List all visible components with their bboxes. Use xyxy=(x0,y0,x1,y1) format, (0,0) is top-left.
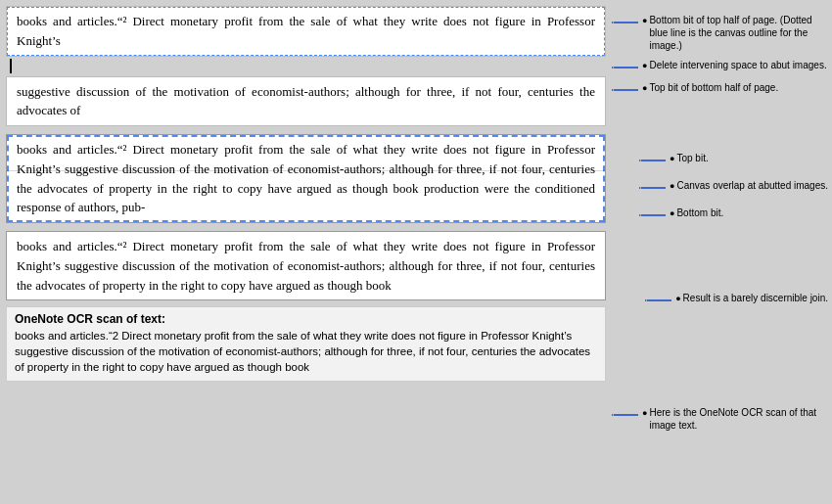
annotation-8: ● Here is the OneNote OCR scan of that i… xyxy=(612,406,828,432)
bullet-4: ● xyxy=(670,152,674,165)
bullet-3: ● xyxy=(642,81,647,95)
bullet-2: ● xyxy=(642,59,647,72)
result-content: books and articles.“² Direct monetary pr… xyxy=(17,239,595,293)
ocr-title: OneNote OCR scan of text: xyxy=(15,312,597,326)
arrow-icon-5 xyxy=(639,181,667,195)
bullet-6: ● xyxy=(670,206,674,220)
ann3-text: Top bit of bottom half of page. xyxy=(649,81,778,94)
bullet-5: ● xyxy=(670,179,674,193)
combined-block-content: books and articles.“² Direct monetary pr… xyxy=(17,142,595,214)
arrow-icon-1 xyxy=(612,16,639,29)
annotation-5: ● Canvas overlap at abutted images. xyxy=(639,179,828,195)
annotation-7: ● Result is a barely discernible join. xyxy=(645,292,828,307)
text-bottom-half-content: suggestive discussion of the motivation … xyxy=(17,84,595,118)
overlap-indicator xyxy=(7,170,605,171)
arrow-icon-8 xyxy=(612,408,639,422)
annotation-6: ● Bottom bit. xyxy=(639,206,828,222)
ann5-text: Canvas overlap at abutted images. xyxy=(676,179,828,192)
ann1-text: Bottom bit of top half of page. (Dotted … xyxy=(649,14,828,52)
ann7-text: Result is a barely discernible join. xyxy=(683,292,828,304)
annotation-1: ● Bottom bit of top half of page. (Dotte… xyxy=(612,14,828,52)
cursor-space xyxy=(6,57,606,76)
arrow-icon-6 xyxy=(639,208,667,222)
text-block-top-half: books and articles.“² Direct monetary pr… xyxy=(6,6,606,57)
text-top-half-content: books and articles.“² Direct monetary pr… xyxy=(17,14,595,48)
result-block: books and articles.“² Direct monetary pr… xyxy=(6,231,606,300)
arrow-icon-2 xyxy=(612,61,639,74)
annotation-2: ● Delete intervening space to abut image… xyxy=(612,59,828,74)
ocr-text-content: books and articles.“2 Direct monetary pr… xyxy=(15,328,597,375)
ocr-section: OneNote OCR scan of text: books and arti… xyxy=(6,306,606,381)
arrow-icon-4 xyxy=(639,154,667,167)
ann4-text: Top bit. xyxy=(676,152,708,164)
ann6-text: Bottom bit. xyxy=(676,206,723,219)
bullet-1: ● xyxy=(642,14,647,27)
bullet-7: ● xyxy=(675,292,680,305)
cursor-icon xyxy=(10,59,12,73)
ann2-text: Delete intervening space to abut images. xyxy=(649,59,826,71)
combined-image-block: books and articles.“² Direct monetary pr… xyxy=(6,134,606,223)
ann8-text: Here is the OneNote OCR scan of that ima… xyxy=(649,406,828,432)
arrow-icon-3 xyxy=(612,83,639,97)
text-block-bottom-half: suggestive discussion of the motivation … xyxy=(6,76,606,127)
arrow-icon-7 xyxy=(645,294,672,307)
annotation-4: ● Top bit. xyxy=(639,152,828,167)
bullet-8: ● xyxy=(642,406,647,420)
annotation-3: ● Top bit of bottom half of page. xyxy=(612,81,828,97)
